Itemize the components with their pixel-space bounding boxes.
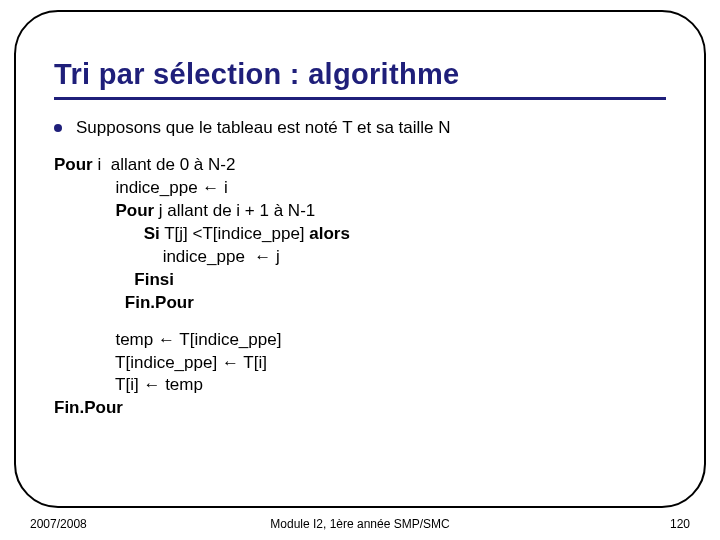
slide-content: Tri par sélection : algorithme Supposons… (54, 58, 666, 420)
keyword-finsi: Finsi (134, 270, 174, 289)
keyword-pour: Pour (54, 155, 93, 174)
algo-text: indice_ppe ← j (163, 247, 280, 266)
footer-module: Module I2, 1ère année SMP/SMC (0, 517, 720, 531)
algo-text: i allant de 0 à N-2 (93, 155, 236, 174)
algo-line: indice_ppe ← j (54, 246, 666, 269)
bullet-row: Supposons que le tableau est noté T et s… (54, 118, 666, 138)
title-underline (54, 97, 666, 100)
algo-text: j allant de i + 1 à N-1 (154, 201, 315, 220)
algo-text: indice_ppe ← i (115, 178, 227, 197)
algo-line: Si T[j] <T[indice_ppe] alors (54, 223, 666, 246)
algo-line: indice_ppe ← i (54, 177, 666, 200)
slide-title: Tri par sélection : algorithme (54, 58, 666, 91)
bullet-icon (54, 124, 62, 132)
page-number: 120 (670, 517, 690, 531)
keyword-alors: alors (309, 224, 350, 243)
keyword-finpour: Fin.Pour (54, 398, 123, 417)
algo-line: T[i] ← temp (54, 374, 666, 397)
algo-line: Fin.Pour (54, 397, 666, 420)
algo-text: temp ← T[indice_ppe] (115, 330, 281, 349)
algo-text: T[j] <T[indice_ppe] (160, 224, 309, 243)
algo-text: T[i] ← temp (115, 375, 203, 394)
algorithm-block: Pour i allant de 0 à N-2 indice_ppe ← i … (54, 154, 666, 420)
algo-line: Fin.Pour (54, 292, 666, 315)
algo-text: T[indice_ppe] ← T[i] (115, 353, 267, 372)
keyword-si: Si (144, 224, 160, 243)
algo-line: temp ← T[indice_ppe] (54, 329, 666, 352)
bullet-text: Supposons que le tableau est noté T et s… (76, 118, 451, 138)
algo-line: Pour j allant de i + 1 à N-1 (54, 200, 666, 223)
keyword-finpour: Fin.Pour (125, 293, 194, 312)
keyword-pour: Pour (115, 201, 154, 220)
algo-line: T[indice_ppe] ← T[i] (54, 352, 666, 375)
algo-line: Pour i allant de 0 à N-2 (54, 154, 666, 177)
algo-line: Finsi (54, 269, 666, 292)
algo-spacer (54, 315, 666, 329)
